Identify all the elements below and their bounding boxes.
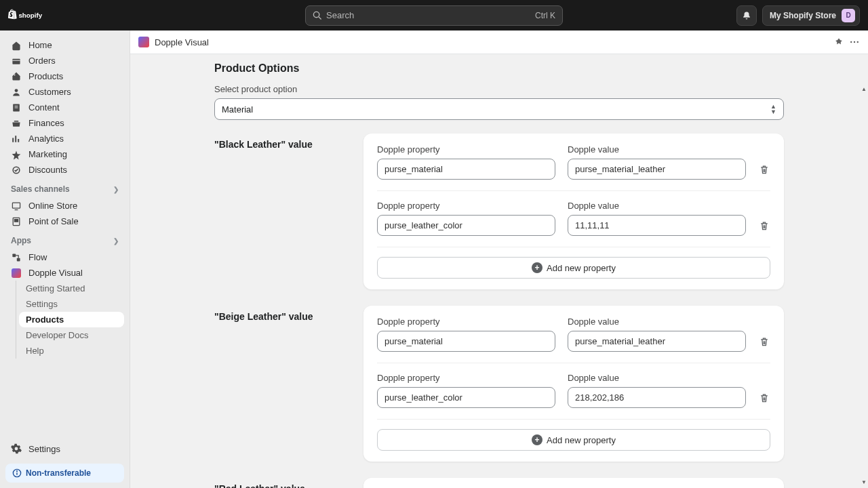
value-input[interactable] (568, 387, 746, 408)
nav-icon (11, 87, 22, 98)
scroll-down-indicator: ▼ (861, 479, 867, 485)
svg-text:shopify: shopify (18, 12, 42, 19)
nav-products[interactable]: Products (0, 68, 130, 84)
delete-property-button[interactable] (758, 387, 770, 408)
property-label: Dopple property (377, 373, 555, 383)
nav-marketing[interactable]: Marketing (0, 146, 130, 162)
dopple-icon (11, 268, 22, 278)
dopple-sub-help[interactable]: Help (16, 343, 130, 359)
dopple-sub-settings[interactable]: Settings (16, 296, 130, 312)
sidebar: HomeOrdersProductsCustomersContentFinanc… (0, 30, 130, 488)
svg-point-1 (313, 12, 319, 17)
topbar: shopify Search Ctrl K My Shopify Store D (0, 0, 868, 30)
channel-point-of-sale[interactable]: Point of Sale (0, 214, 130, 229)
value-label: "Beige Leather" value (214, 306, 350, 462)
store-menu[interactable]: My Shopify Store D (762, 5, 860, 26)
value-label: Dopple value (568, 317, 746, 327)
channel-icon (11, 216, 22, 227)
chevron-right-icon: ❯ (113, 237, 119, 245)
svg-rect-11 (12, 253, 16, 257)
value-input[interactable] (568, 159, 746, 180)
plus-icon: + (532, 434, 542, 445)
more-icon[interactable] (849, 37, 860, 47)
nav-icon (11, 56, 22, 66)
nav-content[interactable]: Content (0, 100, 130, 115)
chevron-right-icon: ❯ (113, 186, 119, 193)
property-input[interactable] (377, 387, 555, 408)
property-row: Dopple propertyDopple value (377, 144, 770, 190)
value-input[interactable] (568, 331, 746, 352)
value-label: Dopple value (568, 144, 746, 155)
add-property-button[interactable]: +Add new property (377, 429, 770, 451)
nav-icon (11, 134, 22, 144)
nav-finances[interactable]: Finances (0, 115, 130, 131)
pin-icon[interactable] (834, 37, 844, 47)
channel-online-store[interactable]: Online Store (0, 198, 130, 214)
apps-header[interactable]: Apps ❯ (0, 229, 130, 249)
value-input[interactable] (568, 215, 746, 236)
nav-discounts[interactable]: Discounts (0, 162, 130, 178)
nav-icon (11, 118, 22, 129)
store-name: My Shopify Store (770, 11, 836, 20)
select-label: Select product option (214, 84, 784, 94)
dopple-sub-developer-docs[interactable]: Developer Docs (16, 327, 130, 343)
nav-orders[interactable]: Orders (0, 53, 130, 68)
search-icon (313, 11, 322, 20)
property-card: Dopple propertyDopple valueDopple proper… (363, 134, 784, 289)
nav-analytics[interactable]: Analytics (0, 131, 130, 146)
svg-point-16 (850, 41, 852, 43)
property-row: Dopple propertyDopple value (377, 190, 770, 247)
sales-channels-header[interactable]: Sales channels ❯ (0, 178, 130, 198)
svg-rect-12 (17, 258, 20, 261)
search-placeholder: Search (326, 10, 535, 20)
value-label: "Red Leather" value (214, 478, 350, 488)
delete-property-button[interactable] (758, 159, 770, 180)
property-row: Dopple propertyDopple value (377, 317, 770, 363)
property-label: Dopple property (377, 317, 555, 327)
product-option-select[interactable]: Material ▲▼ (214, 98, 784, 120)
svg-rect-8 (12, 203, 20, 208)
non-transferable-badge[interactable]: Non-transferable (5, 464, 124, 483)
dopple-sub-getting-started[interactable]: Getting Started (16, 281, 130, 296)
svg-line-2 (319, 17, 321, 20)
app-header: Dopple Visual (130, 30, 868, 54)
add-property-button[interactable]: +Add new property (377, 257, 770, 279)
property-card: Dopple propertyDopple valueDopple proper… (363, 306, 784, 462)
dopple-app-icon (138, 37, 149, 47)
app-title: Dopple Visual (155, 37, 209, 47)
nav-icon (11, 165, 22, 176)
delete-property-button[interactable] (758, 215, 770, 236)
notifications-button[interactable] (736, 5, 757, 26)
global-search[interactable]: Search Ctrl K (305, 5, 563, 26)
property-input[interactable] (377, 215, 555, 236)
nav-customers[interactable]: Customers (0, 84, 130, 100)
svg-rect-10 (14, 219, 18, 222)
property-label: Dopple property (377, 144, 555, 155)
shopify-logo[interactable]: shopify (8, 9, 56, 22)
settings-link[interactable]: Settings (0, 438, 130, 460)
property-input[interactable] (377, 331, 555, 352)
page-title: Product Options (214, 62, 784, 75)
svg-point-18 (857, 41, 859, 43)
avatar: D (842, 9, 855, 22)
content-scroll[interactable]: Product Options Select product option Ma… (130, 54, 868, 488)
app-dopple-visual[interactable]: Dopple Visual (0, 265, 130, 281)
property-input[interactable] (377, 159, 555, 180)
svg-point-17 (854, 41, 855, 43)
app-icon (11, 252, 22, 263)
info-icon (12, 468, 22, 478)
nav-icon (11, 71, 22, 82)
value-label: "Black Leather" value (214, 134, 350, 289)
svg-point-5 (15, 89, 18, 92)
property-label: Dopple property (377, 201, 555, 211)
dopple-sub-products[interactable]: Products (19, 312, 124, 327)
property-row: Dopple propertyDopple value (377, 363, 770, 419)
app-flow[interactable]: Flow (0, 249, 130, 265)
select-caret-icon: ▲▼ (770, 104, 776, 115)
plus-icon: + (532, 262, 542, 273)
value-label: Dopple value (568, 201, 746, 211)
nav-home[interactable]: Home (0, 37, 130, 53)
value-label: Dopple value (568, 373, 746, 383)
delete-property-button[interactable] (758, 331, 770, 352)
channel-icon (11, 201, 22, 211)
